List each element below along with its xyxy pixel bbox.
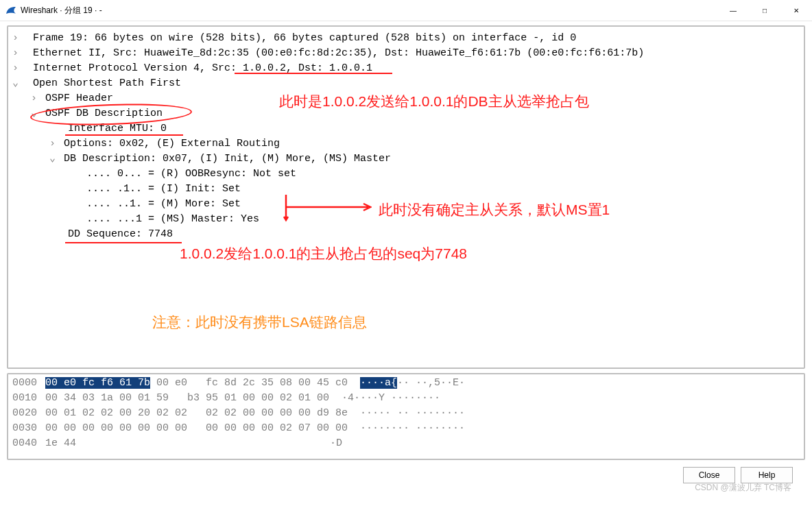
maximize-button[interactable]: □ [749, 0, 780, 21]
tree-row-ospf-header[interactable]: › OSPF Header [12, 91, 800, 106]
tree-row-mtu[interactable]: Interface MTU: 0 [12, 121, 800, 136]
tree-row-ethernet[interactable]: › Ethernet II, Src: HuaweiTe_8d:2c:35 (0… [12, 46, 800, 61]
watermark: CSDN @潇波儿弃 TC博客 [695, 482, 791, 494]
window-title: Wireshark · 分组 19 · - [21, 5, 102, 16]
hex-row[interactable]: 00401e 44·D [12, 436, 800, 451]
tree-row-master[interactable]: .... ...1 = (MS) Master: Yes [12, 212, 800, 227]
packet-details-panel: › Frame 19: 66 bytes on wire (528 bits),… [7, 25, 805, 369]
tree-row-more[interactable]: .... ..1. = (M) More: Set [12, 197, 800, 212]
tree-row-ospf-db[interactable]: ⌄ OSPF DB Description [12, 106, 800, 121]
close-button[interactable]: ✕ [780, 0, 812, 21]
hex-panel: 0000 00 e0 fc f6 61 7b 00 e0 fc 8d 2c 35… [7, 373, 805, 460]
packet-tree[interactable]: › Frame 19: 66 bytes on wire (528 bits),… [8, 27, 804, 368]
window-controls: — □ ✕ [717, 0, 812, 21]
hex-row[interactable]: 001000 34 03 1a 00 01 59 b3 95 01 00 00 … [12, 391, 800, 406]
tree-row-dbdesc[interactable]: ⌄ DB Description: 0x07, (I) Init, (M) Mo… [12, 152, 800, 167]
tree-row-ddseq[interactable]: DD Sequence: 7748 [12, 227, 800, 242]
tree-row-ip[interactable]: › Internet Protocol Version 4, Src: 1.0.… [12, 61, 800, 76]
tree-row-frame[interactable]: › Frame 19: 66 bytes on wire (528 bits),… [12, 31, 800, 46]
hex-row[interactable]: 002000 01 02 02 00 20 02 02 02 02 00 00 … [12, 406, 800, 421]
tree-row-oobresync[interactable]: .... 0... = (R) OOBResync: Not set [12, 167, 800, 182]
tree-row-options[interactable]: › Options: 0x02, (E) External Routing [12, 136, 800, 152]
title-bar: Wireshark · 分组 19 · - — □ ✕ [0, 0, 812, 21]
help-button[interactable]: Help [741, 467, 793, 483]
hex-row[interactable]: 003000 00 00 00 00 00 00 00 00 00 00 00 … [12, 421, 800, 436]
wireshark-icon [5, 5, 16, 16]
underline-ddseq [65, 242, 182, 243]
minimize-button[interactable]: — [717, 0, 749, 21]
close-dialog-button[interactable]: Close [683, 467, 735, 483]
tree-row-ospf[interactable]: ⌄ Open Shortest Path First [12, 76, 800, 91]
annotation-4: 注意：此时没有携带LSA链路信息 [152, 315, 367, 330]
hex-dump[interactable]: 0000 00 e0 fc f6 61 7b 00 e0 fc 8d 2c 35… [8, 374, 804, 459]
annotation-3: 1.0.0.2发给1.0.0.1的主从抢占包的seq为7748 [180, 246, 467, 261]
hex-row[interactable]: 0000 00 e0 fc f6 61 7b 00 e0 fc 8d 2c 35… [12, 376, 800, 391]
dialog-footer: Close Help [7, 460, 805, 483]
tree-row-init[interactable]: .... .1.. = (I) Init: Set [12, 182, 800, 197]
